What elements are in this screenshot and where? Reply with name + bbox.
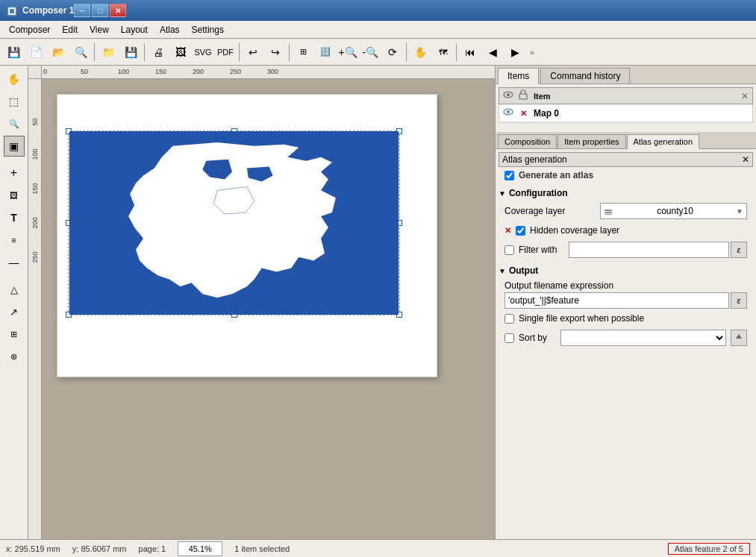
coverage-layer-combo[interactable]: county10 ▼ [600,203,747,219]
atlas-next-button[interactable]: ▶ [504,42,525,63]
canvas-area[interactable]: 0 50 100 150 200 250 300 50 100 150 200 … [28,66,495,539]
main-layout: ✋ ⬚ 🔍 ▣ + 🖼 T ≡ — △ ↗ ⊞ ⊛ 0 50 100 150 2… [0,66,756,539]
add-image-tool[interactable]: 🖼 [4,185,25,206]
close-button[interactable]: ✕ [110,4,126,17]
menu-atlas[interactable]: Atlas [154,23,186,37]
tab-items[interactable]: Items [498,68,539,84]
open2-button[interactable]: 📁 [98,42,119,63]
zoom-out-button[interactable]: -🔍 [360,42,381,63]
menu-settings[interactable]: Settings [186,23,230,37]
atlas-first-button[interactable]: ⏮ [460,42,481,63]
print-button[interactable]: 🖨 [148,42,169,63]
pan-button[interactable]: ✋ [410,42,431,63]
ruler-tick: 300 [267,68,278,75]
filename-row: ε [504,292,747,309]
ruler-tick-v: 50 [31,114,39,125]
undo-button[interactable]: ↩ [243,42,263,63]
ruler-tick-v: 200 [31,217,39,228]
zoom-select-button[interactable]: 🗺 [432,42,453,63]
filter-checkbox[interactable] [504,245,514,255]
titlebar-text: Composer 1 [22,5,74,16]
tab-atlas-generation[interactable]: Atlas generation [627,134,700,149]
sort-direction-button[interactable] [731,330,747,346]
select2-tool[interactable]: ▣ [4,136,25,157]
filename-input[interactable] [504,292,729,309]
open-button[interactable]: 📂 [48,42,69,63]
filter-row: Filter with ε [499,239,753,261]
tab-item-properties[interactable]: Item properties [557,134,625,148]
tab-composition[interactable]: Composition [498,134,557,148]
remove-icon[interactable]: ✕ [520,109,527,118]
hidden-checkbox-x[interactable]: ✕ [504,226,511,236]
tab-command-history[interactable]: Command history [540,68,630,84]
page-white[interactable] [57,94,437,377]
export-img-button[interactable]: 🖼 [170,42,191,63]
ruler-tick: 0 [43,68,47,75]
add-shape-tool[interactable]: △ [4,279,25,300]
export-svg-button[interactable]: SVG [193,42,213,63]
atlas-panel-title: Atlas generation [502,154,567,165]
items-header: Item ✕ [499,87,753,104]
generate-atlas-checkbox[interactable] [504,171,514,180]
zoom-full-button[interactable]: ⊞ [293,42,313,63]
visibility-icon[interactable] [503,108,513,119]
items-panel-close[interactable]: ✕ [739,90,751,102]
sort-by-combo[interactable] [560,330,726,346]
maximize-button[interactable]: □ [92,4,108,17]
ruler-left: 50 100 150 200 250 [28,79,42,539]
filename-expr-button[interactable]: ε [731,292,747,309]
atlas-panel-header: Atlas generation ✕ [499,152,753,167]
redo-button[interactable]: ↪ [265,42,286,63]
select-tool[interactable]: ⬚ [4,91,25,112]
menu-edit[interactable]: Edit [56,23,84,37]
map-frame[interactable] [68,130,400,315]
map-display [69,131,399,315]
hidden-coverage-label: Hidden coverage layer [530,225,619,236]
add-arrow-tool[interactable]: ↗ [4,301,25,322]
export-pdf-button[interactable]: PDF [215,42,236,63]
atlas-panel-close[interactable]: ✕ [742,154,749,165]
minimize-button[interactable]: ─ [74,4,90,17]
save-button[interactable]: 💾 [3,42,24,63]
add-scalebar-tool[interactable]: — [4,252,25,273]
new-button[interactable]: 📄 [25,42,46,63]
add-html-tool[interactable]: ⊛ [4,346,25,367]
filter-value: ε [569,242,747,258]
menu-view[interactable]: View [84,23,115,37]
zoom-control[interactable] [178,541,222,556]
output-label: Output [509,265,538,276]
add-legend-tool[interactable]: ≡ [4,230,25,251]
menu-composer[interactable]: Composer [3,23,56,37]
atlas-prev-button[interactable]: ◀ [482,42,503,63]
hidden-coverage-checkbox[interactable] [516,226,525,236]
menu-layout[interactable]: Layout [115,23,154,37]
table-row[interactable]: ✕ Map 0 [499,104,752,122]
svg-rect-11 [605,214,612,215]
sort-by-checkbox[interactable] [504,333,514,343]
window-controls: ─ □ ✕ [74,4,126,17]
svg-rect-10 [605,212,612,213]
filter-expr-button[interactable]: ε [731,242,747,258]
toolbar-sep2 [144,43,145,61]
pan-tool[interactable]: ✋ [4,69,25,89]
add-text-tool[interactable]: T [4,207,25,228]
filename-section: Output filename expression ε [499,277,753,310]
add-map-tool[interactable]: + [4,163,25,183]
ruler-tick-v: 100 [31,148,39,160]
ruler-tick: 150 [155,68,166,75]
zoom-page-button[interactable]: 🔢 [315,42,336,63]
save2-button[interactable]: 💾 [120,42,141,63]
single-file-checkbox[interactable] [504,314,514,324]
properties-button[interactable]: 🔍 [70,42,91,63]
configuration-header: ▼ Configuration [499,186,753,200]
zoom-tool[interactable]: 🔍 [4,113,25,134]
items-content: Item ✕ ✕ [496,84,756,126]
svg-rect-6 [519,94,527,99]
canvas-content[interactable] [42,79,452,392]
refresh-button[interactable]: ⟳ [382,42,403,63]
filter-input[interactable] [569,242,729,258]
zoom-input[interactable] [178,541,222,556]
svg-point-5 [507,93,510,96]
add-table-tool[interactable]: ⊞ [4,324,25,344]
zoom-in-button[interactable]: +🔍 [337,42,358,63]
